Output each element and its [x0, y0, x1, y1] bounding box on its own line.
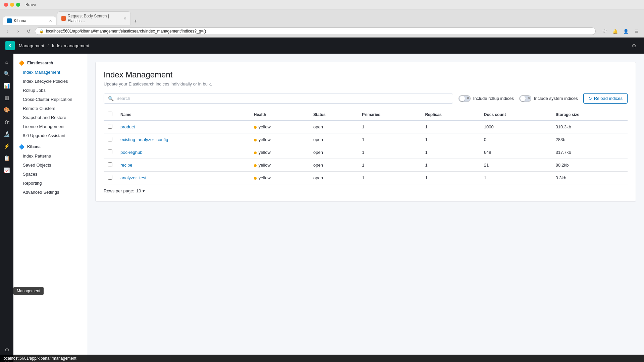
system-toggle-group: ✕ Include system indices	[519, 95, 578, 102]
rollup-toggle-label: Include rollup indices	[473, 96, 514, 101]
rollup-toggle[interactable]: ✕	[459, 95, 471, 102]
shield-icon: 🛡	[600, 26, 609, 36]
row-name-3: recipe	[116, 159, 250, 172]
nav-maps[interactable]: 🗺	[1, 117, 12, 127]
sidebar-item-index-lifecycle[interactable]: Index Lifecycle Policies	[13, 77, 87, 86]
tab-close-kibana[interactable]: ✕	[49, 19, 52, 23]
minimize-button[interactable]	[10, 3, 14, 7]
sidebar-item-cross-cluster[interactable]: Cross-Cluster Replication	[13, 95, 87, 104]
tab-close-request[interactable]: ✕	[123, 16, 126, 21]
forward-button[interactable]: ›	[13, 26, 23, 36]
rollup-toggle-group: ✕ Include rollup indices	[459, 95, 514, 102]
table-row: product yellow open 1 1 1000 310.3kb	[104, 120, 628, 133]
sidebar-item-rollup-jobs[interactable]: Rollup Jobs	[13, 86, 87, 95]
rows-per-page-select[interactable]: 10 ▾	[136, 188, 145, 193]
status-bar-url: localhost:5601/app/kibana#/management	[3, 356, 76, 361]
row-name-link-4[interactable]: analyzer_test	[120, 175, 146, 180]
sidebar-item-upgrade-assistant[interactable]: 8.0 Upgrade Assistant	[13, 131, 87, 140]
nav-discover[interactable]: 🔍	[1, 68, 12, 79]
sidebar-item-spaces[interactable]: Spaces	[13, 170, 87, 179]
maximize-button[interactable]	[16, 3, 20, 7]
search-box[interactable]: 🔍	[104, 94, 453, 104]
nav-ml[interactable]: 🔬	[1, 129, 12, 139]
row-checkbox-input-2[interactable]	[108, 149, 112, 154]
index-management-link[interactable]: Index Management	[23, 70, 60, 75]
tab-request[interactable]: Request Body Search | Elastics... ✕	[57, 11, 131, 25]
health-dot-1	[254, 139, 257, 141]
row-checkbox-input-3[interactable]	[108, 162, 112, 167]
system-toggle[interactable]: ✕	[519, 95, 531, 102]
nav-apm[interactable]: ⚡	[1, 141, 12, 152]
row-checkbox-input-0[interactable]	[108, 124, 112, 129]
sidebar-item-license-management[interactable]: License Management	[13, 122, 87, 131]
user-icon[interactable]: 👤	[621, 26, 631, 36]
sidebar-item-index-patterns[interactable]: Index Patterns	[13, 152, 87, 161]
row-storage-size-2: 317.7kb	[552, 146, 628, 159]
add-tab-button[interactable]: +	[131, 17, 140, 25]
col-storage-size: Storage size	[552, 109, 628, 120]
row-status-3: open	[309, 159, 358, 172]
sidebar-item-advanced-settings[interactable]: Advanced Settings	[13, 188, 87, 197]
sidebar-item-saved-objects[interactable]: Saved Objects	[13, 161, 87, 170]
row-status-4: open	[309, 172, 358, 184]
system-toggle-label: Include system indices	[534, 96, 578, 101]
row-docs-count-2: 648	[480, 146, 552, 159]
chevron-down-icon: ▾	[143, 188, 145, 193]
close-button[interactable]	[4, 3, 8, 7]
nav-metrics[interactable]: 📈	[1, 165, 12, 176]
row-checkbox-4[interactable]	[104, 172, 116, 184]
nav-dashboard[interactable]: ▦	[1, 93, 12, 103]
row-name-1: existing_analyzer_config	[116, 133, 250, 146]
nav-logs[interactable]: 📋	[1, 153, 12, 164]
row-name-link-0[interactable]: product	[120, 124, 135, 129]
back-button[interactable]: ‹	[3, 26, 12, 36]
row-docs-count-3: 21	[480, 159, 552, 172]
nav-visualize[interactable]: 📊	[1, 80, 12, 91]
row-health-2: yellow	[250, 146, 309, 159]
col-name: Name	[116, 109, 250, 120]
row-name-link-1[interactable]: existing_analyzer_config	[120, 137, 168, 142]
menu-icon[interactable]: ☰	[632, 26, 641, 36]
row-health-4: yellow	[250, 172, 309, 184]
table-row: existing_analyzer_config yellow open 1 1…	[104, 133, 628, 146]
mac-window-controls[interactable]	[4, 3, 20, 7]
sidebar-item-index-management[interactable]: Index Management	[13, 68, 87, 77]
controls-row: 🔍 ✕ Include rollup indices	[104, 93, 628, 104]
col-primaries: Primaries	[358, 109, 421, 120]
nav-home[interactable]: ⌂	[1, 56, 12, 67]
col-status: Status	[309, 109, 358, 120]
reload-browser-button[interactable]: ↺	[24, 26, 34, 36]
row-storage-size-1: 283b	[552, 133, 628, 146]
sidebar-item-reporting[interactable]: Reporting	[13, 179, 87, 188]
address-bar[interactable]: 🔒 localhost:5601/app/kibana#/management/…	[35, 27, 596, 35]
nav-canvas[interactable]: 🎨	[1, 105, 12, 115]
select-all-checkbox[interactable]	[108, 112, 112, 116]
sidebar-item-snapshot-restore[interactable]: Snapshot and Restore	[13, 113, 87, 122]
settings-icon[interactable]: ⚙	[629, 41, 639, 50]
search-input[interactable]	[116, 96, 449, 101]
row-name-link-2[interactable]: poc-reghub	[120, 150, 143, 155]
rollup-toggle-knob	[460, 96, 465, 101]
row-checkbox-input-1[interactable]	[108, 137, 112, 141]
status-bar: localhost:5601/app/kibana#/management	[0, 355, 644, 362]
row-checkbox-2[interactable]	[104, 146, 116, 159]
row-checkbox-0[interactable]	[104, 120, 116, 133]
reload-indices-button[interactable]: ↻ Reload indices	[583, 93, 628, 104]
tab-kibana[interactable]: Kibana ✕	[3, 16, 56, 25]
row-storage-size-3: 80.2kb	[552, 159, 628, 172]
row-primaries-3: 1	[358, 159, 421, 172]
row-checkbox-input-4[interactable]	[108, 175, 112, 180]
sidebar-item-remote-clusters[interactable]: Remote Clusters	[13, 104, 87, 113]
url-display: localhost:5601/app/kibana#/management/el…	[46, 29, 591, 34]
row-checkbox-3[interactable]	[104, 159, 116, 172]
toggles-container: ✕ Include rollup indices ✕ Include syste…	[459, 95, 578, 102]
row-name-4: analyzer_test	[116, 172, 250, 184]
row-checkbox-1[interactable]	[104, 133, 116, 146]
nav-devtools[interactable]: ⚙	[1, 345, 12, 355]
row-name-link-3[interactable]: recipe	[120, 163, 132, 168]
row-replicas-3: 1	[421, 159, 480, 172]
row-name-0: product	[116, 120, 250, 133]
breadcrumb-parent[interactable]: Management	[19, 43, 44, 48]
rows-per-page-value: 10	[136, 188, 141, 193]
page-title: Index Management	[104, 70, 628, 79]
